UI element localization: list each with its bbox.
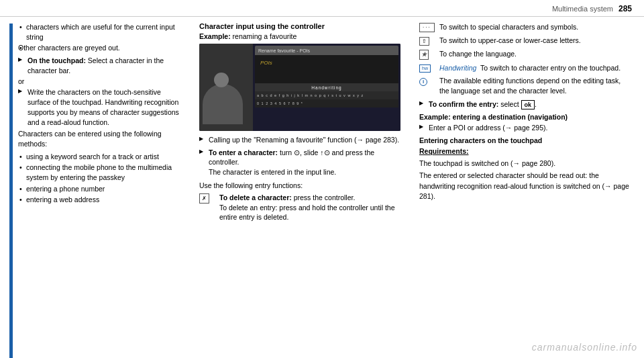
handwriting-entry-text-col: Handwriting To switch to character entry…: [439, 63, 632, 73]
info-note-text: The available editing functions depend o…: [439, 77, 621, 95]
shift-icon: ⇧: [419, 37, 429, 46]
list-item: using a keyword search for a track or ar…: [18, 152, 186, 162]
example-text: renaming a favourite: [233, 32, 297, 40]
dots-text-content: To switch to special characters and symb…: [439, 23, 578, 31]
use-following: Use the following entry functions:: [199, 181, 406, 191]
right-column: ··· To switch to special characters and …: [413, 22, 644, 358]
screen-poi-text: POIs: [260, 60, 272, 66]
requirements-text: The touchpad is switched on (→ page 280)…: [419, 159, 632, 169]
example-title: Example: renaming a favourite: [199, 32, 406, 40]
info-icon-col: i: [419, 76, 439, 95]
screen-mockup: Rename favourite - POIs POIs Handwriting…: [199, 44, 400, 131]
or-line: or: [18, 77, 186, 85]
shift-text: To switch to upper-case or lower-case le…: [439, 36, 632, 46]
arrow-item-label: On the touchpad:: [28, 56, 86, 64]
ok-box: ok: [521, 100, 535, 110]
shift-icon-col: ⇧: [419, 36, 439, 46]
arrow-item-write: Write the characters on the touch-sensit…: [18, 87, 186, 127]
handwriting-entry-icon-col: hw: [419, 63, 439, 73]
delete-icon-col: ✗: [199, 193, 219, 222]
section3-title: Entering characters on the touchpad: [419, 136, 632, 144]
page: Multimedia system 285 characters which a…: [0, 0, 644, 358]
info-note: i The available editing functions depend…: [419, 76, 632, 95]
dots-icon: ···: [419, 23, 435, 32]
delete-entry-function: ✗ To delete a character: press the contr…: [199, 193, 406, 222]
example-label: Example:: [199, 32, 231, 40]
keyboard-chars-alpha: a b c d e f g h i j k l m n o p q r s t …: [257, 93, 364, 97]
methods-intro: Characters can be entered using the foll…: [18, 129, 186, 149]
shift-entry: ⇧ To switch to upper-case or lower-case …: [419, 36, 632, 46]
delete-text-col: To delete a character: press the control…: [219, 193, 406, 222]
info-icon: i: [419, 78, 427, 86]
header-title: Multimedia system: [552, 5, 613, 13]
lang-icon-col: ★: [419, 49, 439, 60]
confirm-text: select: [500, 100, 521, 108]
main-content: characters which are useful for the curr…: [0, 17, 644, 358]
screen-header-text: Rename favourite - POIs: [258, 48, 310, 53]
list-item: characters which are useful for the curr…: [18, 22, 186, 42]
handwriting-label: Handwriting: [439, 64, 476, 72]
handwriting-bar-text: Handwriting: [311, 85, 341, 90]
mid-column: Character input using the controller Exa…: [193, 22, 413, 358]
header-page-number: 285: [619, 4, 632, 13]
list-item: entering a phone number: [18, 184, 186, 194]
lang-icon: ★: [419, 50, 429, 60]
delete-icon: ✗: [199, 193, 209, 204]
keyboard-row-alpha: a b c d e f g h i j k l m n o p q r s t …: [255, 91, 398, 99]
confirm-bold: To confirm the entry:: [429, 100, 498, 108]
bullet-list-top: characters which are useful for the curr…: [18, 22, 186, 53]
watermark: carmanualsonline.info: [532, 342, 637, 353]
arrow-item-write-text: Write the characters on the touch-sensit…: [28, 88, 179, 126]
step-1-text: Calling up the "Renaming a favourite" fu…: [209, 136, 399, 144]
shift-text-content: To switch to upper-case or lower-case le…: [439, 36, 581, 44]
handwriting-label-bar: Handwriting: [255, 83, 398, 91]
para2: The entered or selected character should…: [419, 171, 632, 202]
section2-title: Example: entering a destination (navigat…: [419, 113, 632, 121]
step-2-bold: To enter a character:: [209, 148, 278, 156]
requirements-label: Requirements:: [419, 147, 469, 155]
list-item: connecting the mobile phone to the multi…: [18, 163, 186, 182]
info-note-text-col: The available editing functions depend o…: [439, 76, 632, 95]
handwriting-entry-icon: hw: [419, 64, 431, 73]
step-1: Calling up the "Renaming a favourite" fu…: [199, 135, 406, 145]
keyboard-chars-num: 0 1 2 3 4 5 6 7 8 9 *: [257, 101, 303, 105]
mid-section-title: Character input using the controller: [199, 22, 406, 30]
arrow-item-touchpad: On the touchpad: Select a character in t…: [18, 56, 186, 75]
methods-list: using a keyword search for a track or ar…: [18, 152, 186, 205]
keyboard-row-num: 0 1 2 3 4 5 6 7 8 9 *: [255, 99, 398, 107]
requirements-title: Requirements:: [419, 146, 632, 156]
dots-icon-col: ···: [419, 22, 439, 32]
dots-entry: ··· To switch to special characters and …: [419, 22, 632, 32]
handwriting-entry-text: To switch to character entry on the touc…: [478, 64, 621, 72]
screen-header-bar: Rename favourite - POIs: [255, 46, 398, 55]
confirm-entry: To confirm the entry: select ok.: [419, 99, 632, 110]
list-item: entering a web address: [18, 195, 186, 205]
delete-bold: To delete a character:: [219, 193, 292, 202]
step-2: To enter a character: turn ⊙, slide ↑⊙ a…: [199, 148, 406, 177]
lang-text-content: To change the language.: [439, 50, 517, 58]
lang-entry: ★ To change the language.: [419, 49, 632, 60]
screen-body: POIs: [255, 55, 398, 83]
lang-text: To change the language.: [439, 49, 632, 60]
handwriting-entry: hw Handwriting To switch to character en…: [419, 63, 632, 73]
dots-text: To switch to special characters and symb…: [439, 22, 632, 32]
section2-arrow: Enter a POI or address (→ page 295).: [419, 123, 632, 133]
left-column: characters which are useful for the curr…: [13, 22, 193, 358]
section2-arrow-text: Enter a POI or address (→ page 295).: [429, 124, 547, 132]
page-header: Multimedia system 285: [0, 0, 644, 17]
list-item: Other characters are greyed out.: [18, 43, 186, 53]
